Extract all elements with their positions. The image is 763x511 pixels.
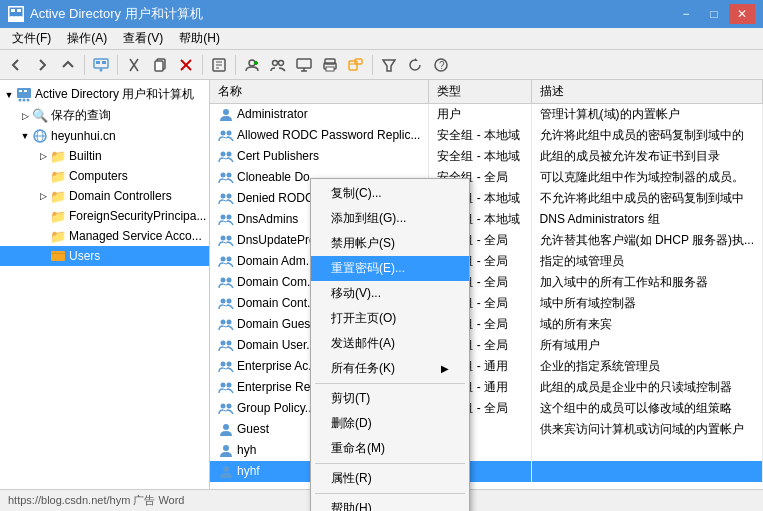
context-menu-item[interactable]: 帮助(H) [311, 496, 469, 511]
builtin-toggle[interactable]: ▷ [36, 149, 50, 163]
table-row[interactable]: Administrator 用户 管理计算机(域)的内置帐户 [210, 104, 763, 126]
tree-root-toggle[interactable]: ▼ [2, 88, 16, 102]
svg-point-58 [227, 214, 232, 219]
back-button[interactable] [4, 53, 28, 77]
context-menu-item[interactable]: 复制(C)... [311, 181, 469, 206]
svg-marker-33 [383, 60, 395, 71]
properties-button[interactable] [207, 53, 231, 77]
table-row[interactable]: Cloneable Do... 安全组 - 全局 可以克隆此组中作为域控制器的成… [210, 167, 763, 188]
context-menu-item[interactable]: 重置密码(E)... [311, 256, 469, 281]
table-row[interactable]: Domain Com... 安全组 - 全局 加入域中的所有工作站和服务器 [210, 272, 763, 293]
table-row[interactable]: Guest 用户 供来宾访问计算机或访问域的内置帐户 [210, 419, 763, 440]
close-button[interactable]: ✕ [729, 4, 755, 24]
table-row[interactable]: hyh 用户 [210, 440, 763, 461]
context-menu-item[interactable]: 打开主页(O) [311, 306, 469, 331]
table-row[interactable]: Enterprise Re... 安全组 - 通用 此组的成员是企业中的只读域控… [210, 377, 763, 398]
svg-point-77 [223, 424, 229, 430]
svg-point-63 [221, 277, 226, 282]
new-computer-button[interactable] [292, 53, 316, 77]
table-row[interactable]: Denied RODC... 安全组 - 本地域 不允许将此组中成员的密码复制到… [210, 188, 763, 209]
title-bar-text: Active Directory 用户和计算机 [30, 5, 203, 23]
new-user-button[interactable] [240, 53, 264, 77]
col-desc[interactable]: 描述 [531, 80, 762, 104]
tree-computers[interactable]: ▷ 📁 Computers [0, 166, 209, 186]
row-icon [218, 317, 234, 333]
svg-marker-34 [415, 58, 418, 61]
context-menu-item[interactable]: 剪切(T) [311, 386, 469, 411]
table-row[interactable]: Group Policy... 安全组 - 全局 这个组中的成员可以修改域的组策… [210, 398, 763, 419]
menu-file[interactable]: 文件(F) [4, 28, 59, 49]
tree-domain-controllers[interactable]: ▷ 📁 Domain Controllers [0, 186, 209, 206]
table-row[interactable]: Enterprise Ac... 安全组 - 通用 企业的指定系统管理员 [210, 356, 763, 377]
tree-users[interactable]: ▷ Users [0, 246, 209, 266]
menu-help[interactable]: 帮助(H) [171, 28, 228, 49]
svg-rect-2 [17, 9, 21, 12]
svg-point-62 [227, 256, 232, 261]
new-printer-button[interactable] [318, 53, 342, 77]
table-row[interactable]: Domain User... 安全组 - 全局 所有域用户 [210, 335, 763, 356]
col-name[interactable]: 名称 [210, 80, 429, 104]
filter-button[interactable] [377, 53, 401, 77]
table-row[interactable]: Cert Publishers 安全组 - 本地域 此组的成员被允许发布证书到目… [210, 146, 763, 167]
delete-button[interactable] [174, 53, 198, 77]
context-menu-item[interactable]: 重命名(M) [311, 436, 469, 461]
table-row[interactable]: DnsAdmins 安全组 - 本地域 DNS Administrators 组 [210, 209, 763, 230]
table-row[interactable]: hyhf 用户 [210, 461, 763, 482]
table-row[interactable]: Domain Gues... 安全组 - 全局 域的所有来宾 [210, 314, 763, 335]
saved-queries-toggle[interactable]: ▷ [18, 109, 32, 123]
context-menu-separator [315, 493, 465, 494]
cell-desc: 这个组中的成员可以修改域的组策略 [531, 398, 762, 419]
minimize-button[interactable]: − [673, 4, 699, 24]
svg-point-66 [227, 298, 232, 303]
svg-point-55 [221, 193, 226, 198]
svg-point-49 [221, 130, 226, 135]
tree-domain[interactable]: ▼ heyunhui.cn [0, 126, 209, 146]
tree-saved-queries[interactable]: ▷ 🔍 保存的查询 [0, 105, 209, 126]
table-row[interactable]: Allowed RODC Password Replic... 安全组 - 本地… [210, 125, 763, 146]
tree-managed-service[interactable]: ▷ 📁 Managed Service Acco... [0, 226, 209, 246]
up-button[interactable] [56, 53, 80, 77]
context-menu-item[interactable]: 属性(R) [311, 466, 469, 491]
toolbar-sep-3 [202, 55, 203, 75]
menu-action[interactable]: 操作(A) [59, 28, 115, 49]
table-row[interactable]: DnsUpdatePro... 安全组 - 全局 允许替其他客户端(如 DHCP… [210, 230, 763, 251]
foreign-label: ForeignSecurityPrincipa... [69, 209, 206, 223]
copy-button[interactable] [148, 53, 172, 77]
dc-toggle[interactable]: ▷ [36, 189, 50, 203]
cut-button[interactable] [122, 53, 146, 77]
row-icon [218, 464, 234, 480]
refresh-button[interactable] [403, 53, 427, 77]
context-menu-item[interactable]: 添加到组(G)... [311, 206, 469, 231]
forward-button[interactable] [30, 53, 54, 77]
col-type[interactable]: 类型 [429, 80, 531, 104]
tree-foreign-security[interactable]: ▷ 📁 ForeignSecurityPrincipa... [0, 206, 209, 226]
domain-toggle[interactable]: ▼ [18, 129, 32, 143]
context-menu-item[interactable]: 发送邮件(A) [311, 331, 469, 356]
table-row[interactable]: Domain Cont... 安全组 - 全局 域中所有域控制器 [210, 293, 763, 314]
svg-point-54 [227, 172, 232, 177]
new-ou-button[interactable] [344, 53, 368, 77]
cell-name: Administrator [210, 104, 429, 126]
maximize-button[interactable]: □ [701, 4, 727, 24]
context-menu-item[interactable]: 禁用帐户(S) [311, 231, 469, 256]
menu-view[interactable]: 查看(V) [115, 28, 171, 49]
cell-desc: 加入域中的所有工作站和服务器 [531, 272, 762, 293]
help-button[interactable]: ? [429, 53, 453, 77]
row-icon [218, 338, 234, 354]
cell-type: 安全组 - 本地域 [429, 125, 531, 146]
cell-name: Cert Publishers [210, 146, 429, 167]
tree-root[interactable]: ▼ Active Directory 用户和计算机 [0, 84, 209, 105]
context-menu-item[interactable]: 删除(D) [311, 411, 469, 436]
tree-builtin[interactable]: ▷ 📁 Builtin [0, 146, 209, 166]
context-menu-item[interactable]: 所有任务(K)▶ [311, 356, 469, 381]
row-icon [218, 107, 234, 123]
table-row[interactable]: Domain Adm... 安全组 - 全局 指定的域管理员 [210, 251, 763, 272]
managed-label: Managed Service Acco... [69, 229, 202, 243]
show-domain-button[interactable] [89, 53, 113, 77]
svg-point-64 [227, 277, 232, 282]
saved-queries-label: 保存的查询 [51, 107, 111, 124]
new-group-button[interactable] [266, 53, 290, 77]
context-menu-item[interactable]: 移动(V)... [311, 281, 469, 306]
domain-icon [32, 128, 48, 144]
cell-desc [531, 440, 762, 461]
